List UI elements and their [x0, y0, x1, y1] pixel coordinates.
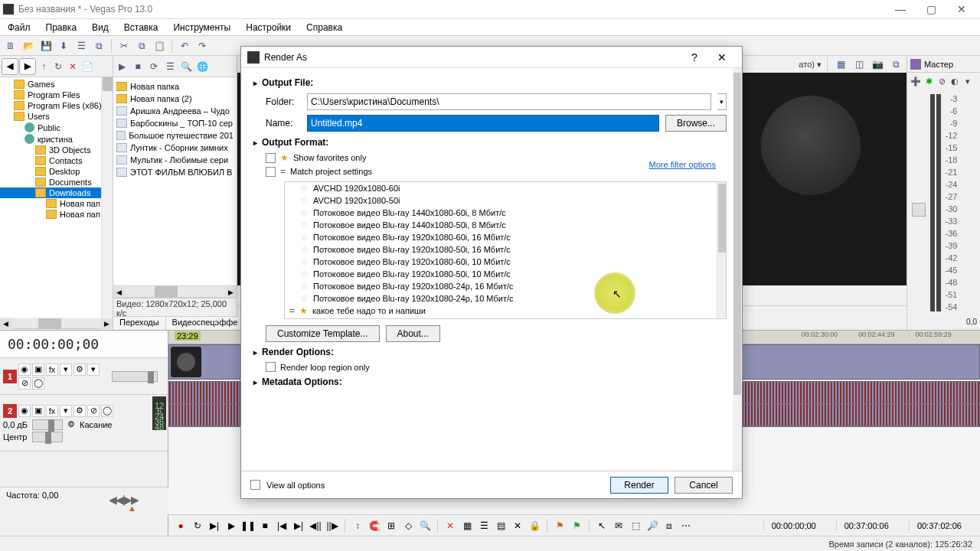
render-icon[interactable]: ⬇: [56, 38, 71, 54]
nav-refresh-icon[interactable]: ↻: [51, 60, 65, 73]
tree-item[interactable]: Public: [0, 122, 113, 133]
dialog-close-button[interactable]: ✕: [708, 47, 736, 67]
view-all-checkbox[interactable]: [250, 480, 260, 490]
folder-dropdown-icon[interactable]: ▾: [717, 93, 727, 110]
zoom-tool2-icon[interactable]: 🔎: [645, 518, 660, 533]
envelope-tool-icon[interactable]: ✉: [611, 518, 626, 533]
track-gear-icon[interactable]: ⚙: [74, 405, 86, 417]
cancel-button[interactable]: Cancel: [675, 477, 733, 494]
open-icon[interactable]: 📂: [21, 38, 36, 54]
tab-transitions[interactable]: Переходы: [113, 317, 166, 330]
master-mute-icon[interactable]: ⊘: [936, 76, 947, 86]
go-end-icon[interactable]: ▶|: [291, 518, 306, 533]
track-auto-icon[interactable]: ▾: [60, 364, 72, 376]
zoom-tool-icon[interactable]: 🔍: [417, 518, 433, 533]
track-bypass-icon[interactable]: ▣: [32, 405, 44, 417]
file-item[interactable]: Барбоскины _ ТОП-10 сер: [113, 117, 237, 129]
undo-icon[interactable]: ↶: [177, 38, 192, 54]
output-file-section[interactable]: Output File:: [253, 74, 727, 91]
lock-icon[interactable]: ▦: [459, 518, 475, 533]
nav-forward-button[interactable]: ▶: [19, 58, 36, 75]
tree-item[interactable]: Desktop: [0, 166, 113, 177]
save-icon[interactable]: 💾: [38, 38, 54, 54]
tree-item[interactable]: Documents: [0, 177, 113, 187]
format-item[interactable]: ☆AVCHD 1920x1080-50i: [285, 194, 726, 207]
crossfade-icon[interactable]: ✕: [510, 518, 525, 533]
metadata-section[interactable]: Metadata Options:: [253, 373, 727, 390]
tree-item[interactable]: Games: [0, 79, 113, 90]
track-level-slider[interactable]: [112, 371, 158, 382]
browse-button[interactable]: Browse...: [665, 115, 727, 132]
track-solo-icon[interactable]: ◯: [32, 377, 44, 390]
format-list-scrollbar[interactable]: [717, 182, 726, 318]
more-tools-icon[interactable]: ⋯: [678, 518, 694, 533]
marker-tool-icon[interactable]: ◇: [400, 518, 416, 533]
format-item[interactable]: ☆Потоковое видео Blu-ray 1920x1080-60i, …: [285, 231, 726, 243]
master-fx-icon[interactable]: ✱: [923, 76, 934, 86]
nav-newfolder-icon[interactable]: 📄: [80, 60, 94, 73]
copy-snapshot-icon[interactable]: ⧉: [888, 57, 903, 72]
prev-frame-icon[interactable]: ◀||: [308, 518, 323, 533]
maximize-button[interactable]: ▢: [916, 0, 946, 18]
track-auto-icon[interactable]: ▾: [60, 405, 72, 417]
format-item[interactable]: ☆Потоковое видео Blu-ray 1440x1080-60i, …: [285, 207, 726, 219]
render-options-section[interactable]: Render Options:: [253, 344, 727, 360]
record-icon[interactable]: ●: [173, 518, 188, 533]
auto-ripple-icon[interactable]: ▤: [493, 518, 508, 533]
master-insert-icon[interactable]: ➕: [910, 76, 921, 86]
import-icon[interactable]: ⧉: [91, 38, 106, 54]
track-rec-icon[interactable]: ◉: [18, 364, 31, 376]
nav-up-icon[interactable]: ↑: [37, 60, 51, 73]
scrub-marker-icon[interactable]: ▲: [128, 504, 136, 513]
file-item[interactable]: Новая папка: [113, 80, 237, 93]
dialog-help-button[interactable]: ?: [681, 47, 708, 67]
envelope-icon[interactable]: 🔒: [527, 518, 542, 533]
cut-icon[interactable]: ✂: [116, 38, 132, 54]
autoplay-icon[interactable]: ⟳: [147, 60, 161, 73]
flag2-icon[interactable]: ⚑: [569, 518, 584, 533]
format-item-custom[interactable]: = ★ какое тебе надо то и напиши: [285, 305, 726, 317]
tree-item[interactable]: Users: [0, 111, 113, 122]
search-icon[interactable]: 🔍: [179, 60, 193, 73]
play-icon[interactable]: ▶: [115, 60, 129, 73]
snapshot-icon[interactable]: 📷: [870, 57, 885, 72]
tree-item[interactable]: Downloads: [0, 187, 113, 198]
pause-icon[interactable]: ❚❚: [240, 518, 256, 533]
file-list[interactable]: Новая папкаНовая папка (2)Аришка Андреев…: [113, 77, 237, 285]
menu-tools[interactable]: Инструменты: [165, 19, 238, 35]
play-start-icon[interactable]: ▶|: [207, 518, 222, 533]
flag-icon[interactable]: ⚑: [552, 518, 567, 533]
about-button[interactable]: About...: [386, 325, 440, 342]
format-item[interactable]: ☆AVCHD 1920x1080-60i: [285, 182, 726, 194]
close-button[interactable]: ✕: [946, 0, 977, 18]
file-item[interactable]: Новая папка (2): [113, 93, 237, 105]
split-icon[interactable]: ◫: [851, 57, 867, 72]
snap-grid-icon[interactable]: ⊞: [384, 518, 399, 533]
format-item[interactable]: ☆Потоковое видео Blu-ray 1920x1080-60i, …: [285, 256, 726, 268]
track-more-icon[interactable]: ▾: [87, 364, 100, 376]
format-item[interactable]: ☆Потоковое видео Blu-ray 1920x1080-24p, …: [285, 292, 726, 305]
menu-insert[interactable]: Вставка: [116, 19, 166, 35]
next-frame-icon[interactable]: ||▶: [325, 518, 340, 533]
menu-view[interactable]: Вид: [84, 19, 116, 35]
tree-item[interactable]: Новая пап: [0, 198, 113, 209]
nav-back-button[interactable]: ◀: [2, 58, 18, 75]
output-format-section[interactable]: Output Format:: [253, 134, 727, 151]
go-start-icon[interactable]: |◀: [274, 518, 289, 533]
edit-tool-icon[interactable]: ↕: [350, 518, 365, 533]
menu-file[interactable]: Файл: [0, 19, 38, 35]
track-audio[interactable]: 2 ◉ ▣ fx ▾ ⚙ ⊘ ◯ 0,0 дБ ⚙ Касание: [0, 395, 168, 452]
play-icon[interactable]: ▶: [224, 518, 239, 533]
group-icon[interactable]: ⧈: [662, 518, 677, 533]
match-project-checkbox[interactable]: [266, 167, 276, 177]
track-mute-icon[interactable]: ⊘: [18, 377, 31, 390]
properties-icon[interactable]: ☰: [74, 38, 89, 54]
views-icon[interactable]: ☰: [163, 60, 177, 73]
stop-icon[interactable]: ■: [257, 518, 273, 533]
grid-icon[interactable]: ▦: [833, 57, 848, 72]
track-fx-icon[interactable]: fx: [46, 405, 58, 417]
menu-edit[interactable]: Правка: [38, 19, 85, 35]
track-rec-icon[interactable]: ◉: [18, 405, 31, 417]
track-pan-slider[interactable]: [32, 432, 63, 442]
format-item[interactable]: ☆Потоковое видео Blu-ray 1920x1080-24p, …: [285, 280, 726, 292]
